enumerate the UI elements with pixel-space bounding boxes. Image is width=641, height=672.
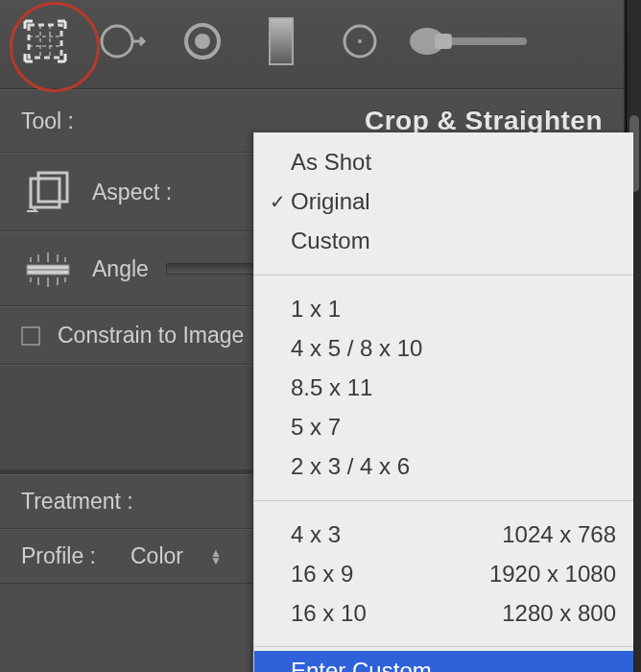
menu-item-16x10[interactable]: 16 x 101280 x 800 — [254, 593, 633, 633]
menu-group-ratios: 1 x 1 4 x 5 / 8 x 10 8.5 x 11 5 x 7 2 x … — [254, 279, 633, 496]
menu-item-1x1[interactable]: 1 x 1 — [254, 289, 633, 328]
menu-label: 16 x 9 — [291, 559, 353, 588]
menu-item-16x9[interactable]: 16 x 91920 x 1080 — [254, 554, 633, 593]
angle-icon — [21, 248, 75, 290]
menu-label: Custom — [291, 226, 370, 255]
menu-pixels: 1280 x 800 — [473, 598, 616, 628]
constrain-checkbox[interactable] — [21, 326, 40, 346]
treatment-label: Treatment : — [21, 489, 133, 515]
menu-item-4x5[interactable]: 4 x 5 / 8 x 10 — [254, 328, 633, 368]
menu-label: 1 x 1 — [291, 294, 341, 324]
adjustment-brush-button[interactable] — [401, 8, 535, 75]
profile-label: Profile : — [21, 543, 96, 569]
graduated-filter-button[interactable] — [244, 8, 319, 75]
menu-item-8p5x11[interactable]: 8.5 x 11 — [254, 368, 633, 407]
spot-removal-button[interactable] — [86, 8, 161, 75]
menu-label: 4 x 5 / 8 x 10 — [291, 333, 422, 363]
menu-group-presets: As Shot ✓ Original Custom — [254, 132, 633, 271]
redeye-icon — [180, 19, 225, 63]
angle-label: Angle — [92, 256, 149, 282]
menu-label: 5 x 7 — [291, 412, 341, 442]
menu-item-enter-custom[interactable]: Enter Custom… — [254, 651, 633, 672]
svg-rect-0 — [29, 25, 61, 58]
menu-label: 8.5 x 11 — [291, 372, 372, 402]
spot-removal-icon — [100, 19, 148, 63]
aspect-label: Aspect : — [92, 180, 172, 205]
menu-item-as-shot[interactable]: As Shot — [254, 142, 633, 181]
redeye-button[interactable] — [165, 8, 240, 75]
svg-rect-13 — [435, 34, 452, 49]
menu-label: Original — [291, 186, 370, 216]
svg-point-5 — [102, 26, 132, 57]
aspect-ratio-menu: As Shot ✓ Original Custom 1 x 1 4 x 5 / … — [253, 132, 633, 672]
menu-item-original[interactable]: ✓ Original — [254, 181, 633, 221]
menu-item-4x3[interactable]: 4 x 31024 x 768 — [254, 515, 633, 554]
menu-label: 16 x 10 — [291, 598, 367, 628]
radial-filter-button[interactable] — [322, 8, 397, 75]
menu-pixels: 1024 x 768 — [473, 519, 616, 549]
tool-label: Tool : — [21, 108, 74, 134]
menu-item-5x7[interactable]: 5 x 7 — [254, 407, 633, 446]
graduated-filter-icon — [264, 16, 298, 66]
menu-separator — [254, 646, 633, 647]
crop-icon — [21, 17, 69, 65]
profile-value[interactable]: Color — [131, 543, 183, 569]
menu-group-screen-ratios: 4 x 31024 x 768 16 x 91920 x 1080 16 x 1… — [254, 505, 633, 643]
updown-icon[interactable]: ▲▼ — [210, 549, 222, 564]
svg-point-10 — [358, 39, 362, 43]
svg-point-7 — [195, 34, 210, 49]
menu-label: Enter Custom… — [291, 656, 455, 672]
crop-tool-button[interactable] — [8, 8, 83, 75]
svg-rect-8 — [270, 18, 293, 64]
menu-label: As Shot — [291, 147, 371, 177]
menu-label: 2 x 3 / 4 x 6 — [291, 451, 410, 481]
aspect-icon — [21, 169, 75, 215]
toolstrip — [0, 0, 624, 89]
constrain-label: Constrain to Image — [58, 323, 244, 348]
checkmark-icon: ✓ — [264, 189, 291, 214]
brush-icon — [406, 19, 531, 63]
menu-label: 4 x 3 — [291, 519, 341, 549]
menu-item-2x3[interactable]: 2 x 3 / 4 x 6 — [254, 446, 633, 486]
menu-separator — [254, 275, 633, 276]
menu-item-custom[interactable]: Custom — [254, 221, 633, 260]
radial-filter-icon — [338, 19, 382, 63]
svg-rect-12 — [442, 37, 527, 45]
menu-separator — [254, 500, 633, 501]
menu-pixels: 1920 x 1080 — [461, 559, 616, 588]
